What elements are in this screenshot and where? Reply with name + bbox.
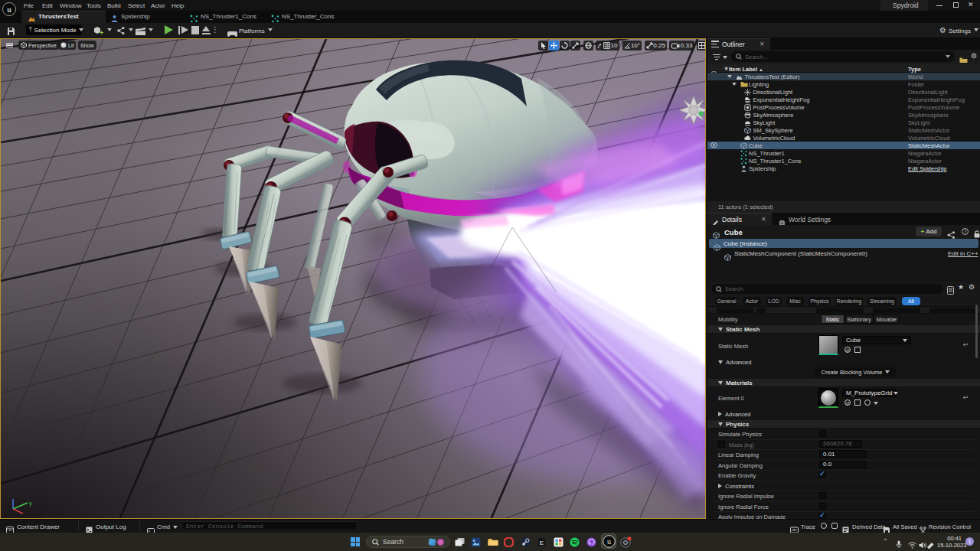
svg-text:y: y <box>29 500 32 507</box>
svg-text:+: + <box>100 29 103 36</box>
svg-text:E: E <box>540 540 544 546</box>
svg-text:u: u <box>607 537 611 546</box>
